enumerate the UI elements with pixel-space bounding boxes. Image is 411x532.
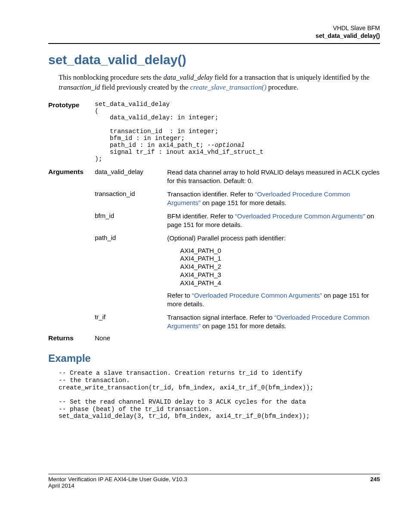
arg-name: data_valid_delay — [95, 168, 167, 175]
path-option: AXI4_PATH_2 — [180, 263, 380, 271]
arguments-body: data_valid_delay Read data channel array… — [95, 168, 380, 333]
arg-name: path_id — [95, 234, 167, 241]
argument-tr-if: tr_if Transaction signal interface. Refe… — [95, 313, 380, 330]
intro-text-2: field for a transaction that is uniquely… — [213, 73, 370, 81]
page-title: set_data_valid_delay() — [48, 53, 380, 67]
path-id-options: AXI4_PATH_0 AXI4_PATH_1 AXI4_PATH_2 AXI4… — [180, 247, 380, 287]
page-number: 245 — [370, 476, 380, 482]
path-option: AXI4_PATH_4 — [180, 279, 380, 287]
footer-date: April 2014 — [48, 482, 380, 489]
returns-row: Returns None — [48, 334, 380, 342]
intro-italic-2: transaction_id — [59, 83, 100, 91]
arg-desc: Transaction signal interface. Refer to “… — [167, 313, 380, 330]
path-option: AXI4_PATH_0 — [180, 247, 380, 255]
arg-name: bfm_id — [95, 212, 167, 219]
argument-path-id: path_id (Optional) Parallel process path… — [95, 234, 380, 308]
arguments-label: Arguments — [48, 168, 95, 176]
prototype-row: Prototype set_data_valid_delay ( data_va… — [48, 101, 380, 163]
argument-bfm-id: bfm_id BFM identifier. Refer to “Overloa… — [95, 212, 380, 229]
path-option: AXI4_PATH_1 — [180, 255, 380, 263]
prototype-code: set_data_valid_delay ( data_valid_delay:… — [95, 101, 380, 163]
argument-data-valid-delay: data_valid_delay Read data channel array… — [95, 168, 380, 185]
overloaded-procedure-link[interactable]: Overloaded Procedure Common Arguments — [237, 212, 363, 220]
overloaded-procedure-link[interactable]: Overloaded Procedure Common Arguments — [194, 292, 320, 299]
path-id-reference: Refer to “Overloaded Procedure Common Ar… — [167, 291, 380, 308]
intro-paragraph: This nonblocking procedure sets the data… — [59, 72, 380, 92]
argument-transaction-id: transaction_id Transaction identifier. R… — [95, 190, 380, 207]
intro-italic-1: data_valid_delay — [163, 73, 213, 81]
header-rule — [48, 43, 380, 44]
prototype-label: Prototype — [48, 101, 95, 109]
example-heading: Example — [48, 352, 380, 364]
example-code: -- Create a slave transaction. Creation … — [59, 370, 380, 420]
arguments-row: Arguments data_valid_delay Read data cha… — [48, 168, 380, 333]
arg-desc: Transaction identifier. Refer to “Overlo… — [167, 190, 380, 207]
header-topic: set_data_valid_delay() — [316, 32, 380, 39]
page-header: VHDL Slave BFM set_data_valid_delay() — [48, 24, 380, 40]
arg-desc: (Optional) Parallel process path identif… — [167, 234, 380, 308]
intro-text-4: procedure. — [266, 83, 298, 91]
returns-value: None — [95, 334, 380, 342]
intro-text: This nonblocking procedure sets the — [59, 73, 163, 81]
returns-label: Returns — [48, 334, 95, 342]
arg-desc: Read data channel array to hold RVALID d… — [167, 168, 380, 185]
page-footer: Mentor Verification IP AE AXI4-Lite User… — [48, 474, 380, 489]
header-section: VHDL Slave BFM — [333, 25, 380, 31]
arg-name: transaction_id — [95, 190, 167, 197]
arg-name: tr_if — [95, 313, 167, 320]
prototype-code-cell: set_data_valid_delay ( data_valid_delay:… — [95, 101, 380, 163]
intro-text-3: field previously created by the — [100, 83, 190, 91]
footer-rule — [48, 474, 380, 474]
path-option: AXI4_PATH_3 — [180, 271, 380, 279]
arg-desc: BFM identifier. Refer to “Overloaded Pro… — [167, 212, 380, 229]
footer-guide-title: Mentor Verification IP AE AXI4-Lite User… — [48, 476, 187, 482]
create-slave-transaction-link[interactable]: create_slave_transaction() — [190, 83, 266, 91]
